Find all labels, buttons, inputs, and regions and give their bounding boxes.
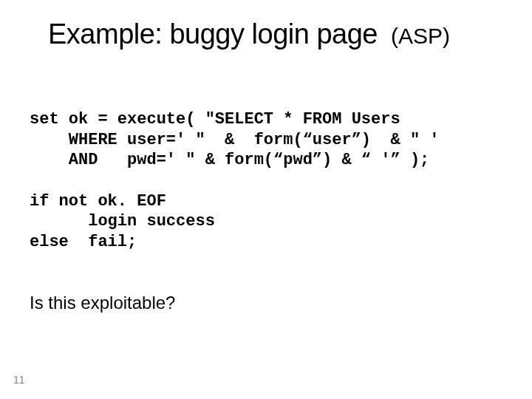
code-line-2: WHERE user=' " & form(“user”) & " ' — [30, 131, 440, 149]
code-block-1: set ok = execute( "SELECT * FROM Users W… — [30, 109, 502, 171]
code-line-6: else fail; — [30, 233, 137, 251]
code-block-2: if not ok. EOF login success else fail; — [30, 191, 502, 253]
question-text: Is this exploitable? — [30, 293, 502, 313]
code-line-3: AND pwd=' " & form(“pwd”) & “ '” ); — [30, 151, 429, 169]
code-line-1: set ok = execute( "SELECT * FROM Users — [30, 110, 400, 129]
slide-title: Example: buggy login page — [48, 18, 378, 50]
page-number: 11 — [13, 374, 25, 386]
slide-subtitle: (ASP) — [391, 24, 450, 49]
title-row: Example: buggy login page (ASP) — [48, 18, 502, 50]
code-line-5: login success — [30, 212, 215, 231]
slide: Example: buggy login page (ASP) set ok =… — [0, 0, 532, 399]
code-line-4: if not ok. EOF — [30, 192, 166, 211]
